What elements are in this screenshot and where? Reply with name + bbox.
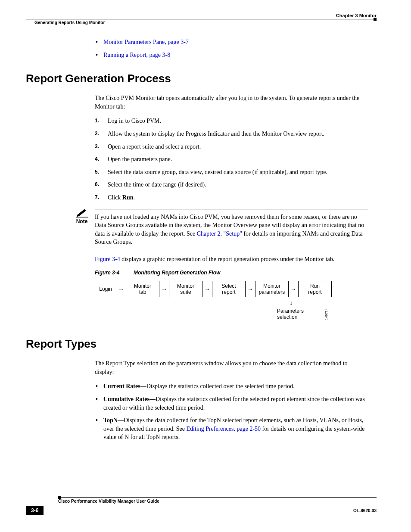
flow-login: Login [95,286,116,292]
section2-intro: The Report Type selection on the paramet… [95,359,368,376]
footer: Cisco Performance Visibility Manager Use… [26,497,377,515]
flow-box-run-report: Runreport [298,281,332,298]
header-chapter: Chapter 3 Monitor [26,13,377,18]
flow-box-params-selection: Parametersselection [277,308,311,320]
arrow-icon: → [247,286,253,292]
arrow-down-icon: ↓ [290,299,293,306]
figure-caption: Figure 3-4Monitoring Report Generation F… [95,270,368,276]
flow-box-monitor-params: Monitorparameters [255,281,289,298]
page-number: 3-6 [26,506,44,515]
pencil-icon [76,209,88,218]
intro-links: Monitor Parameters Pane, page 3-7 Runnin… [95,38,368,59]
flow-box-monitor-tab: Monitortab [126,281,159,298]
steps-list: Log in to Cisco PVM. Allow the system to… [95,117,368,202]
arrow-icon: → [118,286,124,292]
link-editing-prefs[interactable]: Editing Preferences, page 2-50 [186,426,261,432]
step-2: Allow the system to display the Progress… [95,130,368,138]
figure-ref-text: Figure 3-4 displays a graphic representa… [95,255,368,264]
note-text: If you have not loaded any NAMs into Cis… [95,209,368,246]
note-block: Note If you have not loaded any NAMs int… [69,209,368,246]
step-5: Select the data source group, data view,… [95,168,368,177]
flow-diagram-row2: ↓ [277,300,368,306]
step-6: Select the time or date range (if desire… [95,180,368,189]
item-topn: TopN—Displays the data collected for the… [95,416,368,442]
link-monitor-params[interactable]: Monitor Parameters Pane, page 3-7 [95,38,368,47]
link-figure-3-4[interactable]: Figure 3-4 [95,256,120,262]
header-rule [26,19,377,19]
heading-report-generation: Report Generation Process [26,72,377,85]
footer-guide-title: Cisco Performance Visibility Manager Use… [58,499,377,504]
page: Chapter 3 Monitor Generating Reports Usi… [0,0,411,532]
step-1: Log in to Cisco PVM. [95,117,368,125]
flow-diagram: Login → Monitortab → Monitorsuite → Sele… [95,281,368,298]
step-4: Open the parameters pane. [95,155,368,164]
header-section: Generating Reports Using Monitor [34,20,377,25]
link-running-report[interactable]: Running a Report, page 3-8 [95,51,368,59]
flow-box-select-report: Selectreport [212,281,246,298]
link-chapter2[interactable]: Chapter 2, "Setup" [197,230,242,237]
arrow-icon: → [204,286,210,292]
note-label: Note [69,218,95,224]
section1-intro: The Cisco PVM Monitor tab opens automati… [95,94,368,111]
heading-report-types: Report Types [26,337,377,351]
step-3: Open a report suite and select a report. [95,143,368,151]
step-7: Click Run. [95,193,368,202]
report-types-list: Current Rates—Displays the statistics co… [95,382,368,442]
footer-doc-id: OL-8620-03 [353,508,377,513]
flow-diagram-row2b: Parametersselection 149714 [277,308,368,320]
arrow-icon: → [290,286,296,292]
figure-image-id: 149714 [324,308,328,320]
flow-box-monitor-suite: Monitorsuite [169,281,202,298]
item-cumulative-rates: Cumulative Rates—Displays the statistics… [95,395,368,412]
arrow-icon: → [161,286,167,292]
item-current-rates: Current Rates—Displays the statistics co… [95,382,368,391]
